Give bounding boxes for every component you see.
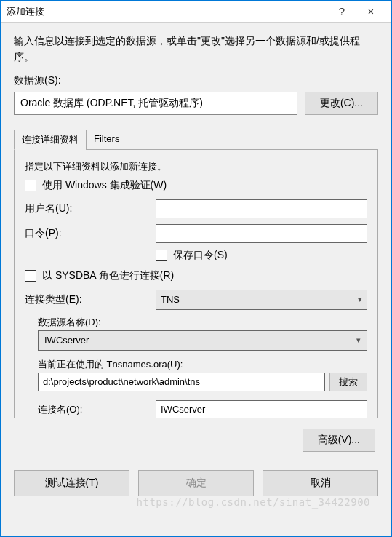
change-button[interactable]: 更改(C)... (305, 92, 378, 115)
tab-connection-details[interactable]: 连接详细资料 (14, 130, 87, 150)
sysdba-row[interactable]: 以 SYSDBA 角色进行连接(R) (25, 269, 367, 282)
advanced-button[interactable]: 高级(V)... (303, 429, 375, 452)
separator (14, 461, 378, 461)
tns-subsection: 数据源名称(D): IWCserver ▾ 当前正在使用的 Tnsnames.o… (38, 316, 367, 418)
bottom-button-row: 测试连接(T) 确定 取消 (14, 470, 378, 499)
username-input[interactable] (156, 199, 367, 218)
details-instruction: 指定以下详细资料以添加新连接。 (25, 160, 367, 173)
conn-name-row: 连接名(O): (38, 400, 367, 418)
dialog-window: 添加连接 ? × 输入信息以连接到选定的数据源，或单击"更改"选择另一个数据源和… (0, 0, 392, 537)
tab-container: 连接详细资料 Filters 指定以下详细资料以添加新连接。 使用 Window… (14, 130, 378, 418)
ds-name-select[interactable]: IWCserver ▾ (38, 330, 367, 351)
help-button[interactable]: ? (327, 5, 356, 17)
password-label: 口令(P): (25, 227, 156, 240)
conn-type-value: TNS (161, 294, 180, 305)
save-password-row[interactable]: 保存口令(S) (156, 249, 367, 262)
advanced-row: 高级(V)... (14, 418, 378, 456)
close-button[interactable]: × (356, 5, 385, 17)
sysdba-label: 以 SYSDBA 角色进行连接(R) (42, 269, 174, 282)
window-title: 添加连接 (7, 5, 327, 18)
conn-name-label: 连接名(O): (38, 403, 156, 416)
chevron-down-icon: ▾ (356, 335, 361, 345)
datasource-label: 数据源(S): (14, 74, 378, 87)
ok-button[interactable]: 确定 (138, 470, 254, 496)
conn-type-label: 连接类型(E): (25, 293, 156, 306)
datasource-display: Oracle 数据库 (ODP.NET, 托管驱动程序) (14, 92, 297, 115)
username-label: 用户名(U): (25, 202, 156, 215)
save-password-label: 保存口令(S) (173, 249, 228, 262)
conn-name-input[interactable] (156, 400, 367, 418)
conn-type-select[interactable]: TNS ▾ (156, 290, 367, 310)
tab-filters[interactable]: Filters (86, 130, 127, 150)
tns-search-button[interactable]: 搜索 (329, 373, 367, 391)
chevron-down-icon: ▾ (358, 295, 362, 304)
tns-path-input[interactable] (38, 373, 325, 391)
password-row: 口令(P): (25, 224, 367, 243)
sysdba-checkbox[interactable] (25, 270, 36, 282)
windows-auth-label: 使用 Windows 集成验证(W) (42, 179, 167, 192)
save-password-checkbox[interactable] (156, 250, 167, 261)
password-input[interactable] (156, 224, 367, 243)
title-bar: 添加连接 ? × (1, 1, 391, 23)
datasource-row: Oracle 数据库 (ODP.NET, 托管驱动程序) 更改(C)... (14, 92, 378, 115)
tab-panel-connection-details: 指定以下详细资料以添加新连接。 使用 Windows 集成验证(W) 用户名(U… (14, 149, 378, 418)
username-row: 用户名(U): (25, 199, 367, 218)
ds-name-value: IWCserver (44, 335, 89, 346)
tns-row: 搜索 (38, 373, 367, 391)
tns-path-label: 当前正在使用的 Tnsnames.ora(U): (38, 358, 367, 371)
test-connection-button[interactable]: 测试连接(T) (14, 470, 129, 496)
dialog-content: 输入信息以连接到选定的数据源，或单击"更改"选择另一个数据源和/或提供程序。 数… (1, 23, 391, 536)
windows-auth-row[interactable]: 使用 Windows 集成验证(W) (25, 179, 367, 192)
ds-name-label: 数据源名称(D): (38, 316, 367, 329)
datasource-value: Oracle 数据库 (ODP.NET, 托管驱动程序) (20, 97, 203, 110)
tab-strip: 连接详细资料 Filters (14, 130, 378, 150)
cancel-button[interactable]: 取消 (263, 470, 378, 496)
windows-auth-checkbox[interactable] (25, 180, 36, 191)
intro-text: 输入信息以连接到选定的数据源，或单击"更改"选择另一个数据源和/或提供程序。 (14, 33, 378, 65)
conn-type-row: 连接类型(E): TNS ▾ (25, 290, 367, 310)
